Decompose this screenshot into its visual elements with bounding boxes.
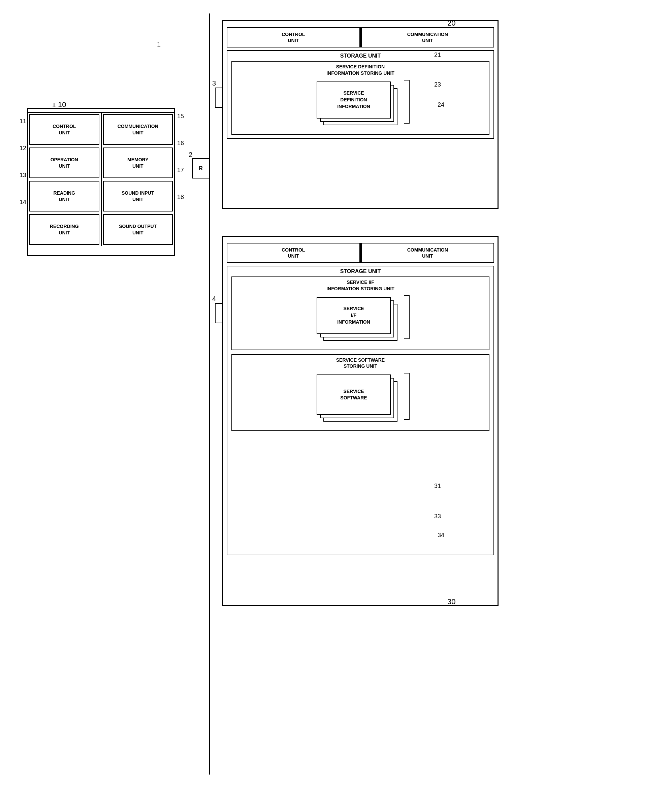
func-service-if-title: SERVICE I/FINFORMATION STORING UNIT [235, 279, 486, 291]
dir-service-def-storing: SERVICE DEFINITIONINFORMATION STORING UN… [231, 61, 489, 134]
router-2: R [192, 158, 209, 179]
func-storage-title: STORAGE UNIT [230, 269, 491, 275]
ref-34: 34 [438, 532, 444, 539]
ref-24: 24 [438, 101, 444, 108]
sw-paper-1: SERVICESOFTWARE [316, 374, 391, 415]
recording-unit-cell: RECORDINGUNIT [29, 214, 99, 245]
service-if-papers: SERVICEI/FINFORMATION [310, 294, 411, 347]
mfp-grid: CONTROLUNIT COMMUNICATIONUNIT OPERATIONU… [28, 113, 174, 246]
dir-communication-unit: COMMUNICATIONUNIT [361, 27, 494, 47]
router-3-ref: 3 [212, 80, 216, 87]
func-service-if-storing: SERVICE I/FINFORMATION STORING UNIT SERV… [231, 277, 489, 350]
func-control-unit: CONTROLUNIT [227, 243, 360, 263]
func-service-sw-title: SERVICE SOFTWARESTORING UNIT [235, 357, 486, 369]
dir-server-ref: 20 [447, 19, 455, 28]
bracket-service-if [404, 296, 409, 339]
ref-23: 23 [434, 81, 441, 88]
ref-11: 11 [19, 118, 26, 125]
func-server-ref: 30 [447, 597, 455, 606]
dir-storage-title: STORAGE UNIT [230, 53, 491, 59]
paper-1-service-def: SERVICEDEFINITIONINFORMATION [316, 82, 391, 118]
router-2-label: R [199, 165, 203, 171]
directory-server-block: CONTROLUNIT COMMUNICATIONUNIT 21 22 STOR… [222, 20, 499, 209]
ref-31: 31 [434, 483, 441, 490]
service-sw-papers: SERVICESOFTWARE [310, 371, 411, 428]
dir-control-unit: CONTROLUNIT [227, 27, 360, 47]
control-unit-cell: CONTROLUNIT [29, 114, 99, 145]
operation-unit-cell: OPERATIONUNIT [29, 148, 99, 178]
dir-server-top-row: CONTROLUNIT COMMUNICATIONUNIT [227, 27, 494, 47]
ref-16: 16 [177, 140, 184, 147]
ref-17: 17 [177, 167, 184, 174]
communication-unit-cell: COMMUNICATIONUNIT [103, 114, 173, 145]
bracket-service-sw [404, 373, 409, 420]
memory-unit-cell: MEMORYUNIT [103, 148, 173, 178]
sound-input-unit-cell: SOUND INPUTUNIT [103, 181, 173, 212]
diagram: CONTROLUNIT COMMUNICATIONUNIT OPERATIONU… [14, 14, 653, 775]
router-2-ref: 2 [189, 151, 192, 159]
sound-output-unit-cell: SOUND OUTPUTUNIT [103, 214, 173, 245]
ref-15: 15 [177, 113, 184, 120]
ref-14: 14 [19, 199, 26, 206]
ref-13: 13 [19, 172, 26, 179]
router-4-ref: 4 [212, 295, 216, 303]
ref-12: 12 [19, 145, 26, 152]
func-service-sw-storing: SERVICE SOFTWARESTORING UNIT SERVICESOFT… [231, 354, 489, 431]
mfp-ref-number: ⫫10 [51, 101, 66, 109]
vertical-divider [209, 14, 210, 775]
ref-21: 21 [434, 52, 441, 58]
ref-33: 33 [434, 513, 441, 520]
func-server-top-row: CONTROLUNIT COMMUNICATIONUNIT [227, 243, 494, 263]
ref-18: 18 [177, 193, 184, 201]
reading-unit-cell: READINGUNIT [29, 181, 99, 212]
if-paper-1: SERVICEI/FINFORMATION [316, 297, 391, 334]
func-storage-unit: STORAGE UNIT SERVICE I/FINFORMATION STOR… [227, 266, 494, 555]
dir-storage-unit: STORAGE UNIT SERVICE DEFINITIONINFORMATI… [227, 50, 494, 138]
bracket-service-def [404, 80, 409, 124]
function-server-title [223, 237, 497, 241]
dir-service-def-title: SERVICE DEFINITIONINFORMATION STORING UN… [235, 64, 486, 76]
mfp-vertical-divider [101, 113, 102, 246]
mfp-block: CONTROLUNIT COMMUNICATIONUNIT OPERATIONU… [27, 108, 175, 256]
func-communication-unit: COMMUNICATIONUNIT [361, 243, 494, 263]
function-server-block: CONTROLUNIT COMMUNICATIONUNIT 31 32 STOR… [222, 236, 499, 606]
service-def-papers: SERVICEDEFINITIONINFORMATION [310, 78, 411, 132]
directory-server-title [223, 21, 497, 25]
mfp-title [28, 109, 174, 113]
router-1-ref: 1 [157, 41, 161, 48]
